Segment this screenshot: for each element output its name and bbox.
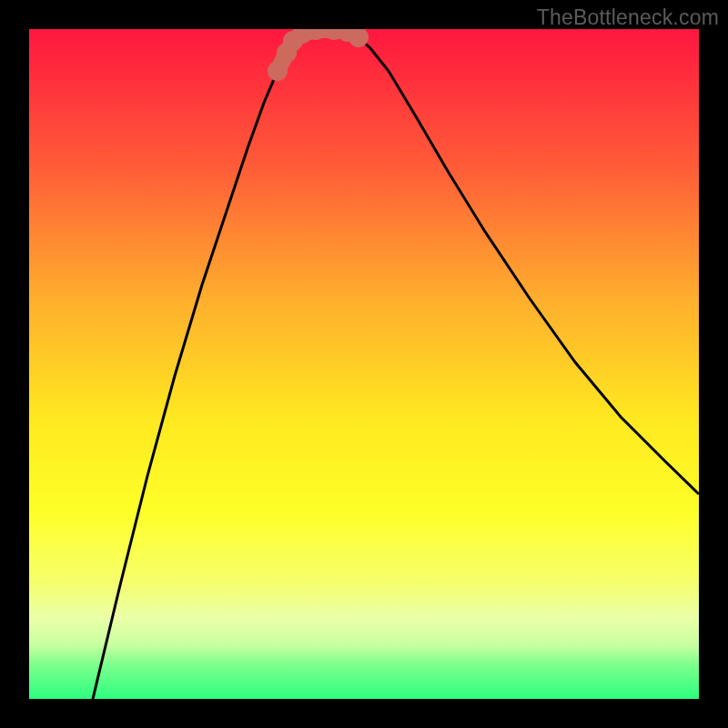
- watermark-text: TheBottleneck.com: [537, 5, 719, 30]
- bottleneck-curve: [93, 30, 699, 699]
- highlight-dots: [268, 29, 369, 81]
- curve-svg: [29, 29, 699, 699]
- highlight-dot: [268, 61, 288, 81]
- plot-area: [29, 29, 699, 699]
- chart-container: TheBottleneck.com: [0, 0, 728, 728]
